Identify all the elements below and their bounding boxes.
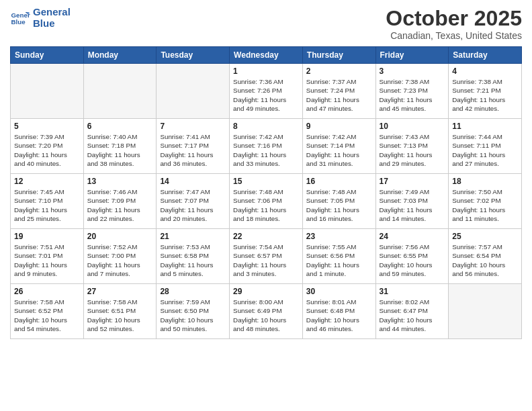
calendar-cell: 24Sunrise: 7:56 AMSunset: 6:55 PMDayligh… <box>375 229 449 284</box>
day-number: 18 <box>452 177 518 186</box>
calendar-cell: 27Sunrise: 7:58 AMSunset: 6:51 PMDayligh… <box>83 284 157 339</box>
day-number: 14 <box>160 177 226 186</box>
day-number: 13 <box>87 177 153 186</box>
calendar-cell: 5Sunrise: 7:39 AMSunset: 7:20 PMDaylight… <box>11 119 84 174</box>
calendar-cell: 7Sunrise: 7:41 AMSunset: 7:17 PMDaylight… <box>157 119 230 174</box>
calendar-cell <box>11 64 84 119</box>
day-info: Sunrise: 7:47 AMSunset: 7:07 PMDaylight:… <box>160 187 226 223</box>
logo: General Blue General Blue <box>10 7 71 29</box>
location: Canadian, Texas, United States <box>386 30 522 41</box>
calendar-cell: 30Sunrise: 8:01 AMSunset: 6:48 PMDayligh… <box>302 284 375 339</box>
week-row-5: 26Sunrise: 7:58 AMSunset: 6:52 PMDayligh… <box>11 284 522 339</box>
day-number: 25 <box>452 232 518 241</box>
week-row-4: 19Sunrise: 7:51 AMSunset: 7:01 PMDayligh… <box>11 229 522 284</box>
day-number: 8 <box>233 122 299 131</box>
day-number: 12 <box>14 177 80 186</box>
day-number: 20 <box>87 232 153 241</box>
calendar-cell: 8Sunrise: 7:42 AMSunset: 7:16 PMDaylight… <box>230 119 303 174</box>
day-info: Sunrise: 7:50 AMSunset: 7:02 PMDaylight:… <box>452 187 518 223</box>
page: General Blue General Blue October 2025 C… <box>0 0 532 411</box>
weekday-header-row: Sunday Monday Tuesday Wednesday Thursday… <box>11 47 522 64</box>
day-number: 26 <box>14 287 80 296</box>
day-number: 24 <box>380 232 445 241</box>
calendar-cell: 22Sunrise: 7:54 AMSunset: 6:57 PMDayligh… <box>230 229 303 284</box>
day-info: Sunrise: 7:39 AMSunset: 7:20 PMDaylight:… <box>14 132 80 168</box>
calendar-cell: 18Sunrise: 7:50 AMSunset: 7:02 PMDayligh… <box>449 174 522 229</box>
day-number: 29 <box>233 287 299 296</box>
day-number: 21 <box>160 232 226 241</box>
calendar-cell: 10Sunrise: 7:43 AMSunset: 7:13 PMDayligh… <box>375 119 449 174</box>
svg-text:Blue: Blue <box>11 18 26 26</box>
day-info: Sunrise: 7:37 AMSunset: 7:24 PMDaylight:… <box>306 77 372 113</box>
day-number: 2 <box>306 66 372 76</box>
day-info: Sunrise: 7:48 AMSunset: 7:05 PMDaylight:… <box>306 187 372 223</box>
day-number: 31 <box>380 287 445 296</box>
day-info: Sunrise: 7:54 AMSunset: 6:57 PMDaylight:… <box>233 242 299 278</box>
calendar-cell: 1Sunrise: 7:36 AMSunset: 7:26 PMDaylight… <box>230 64 303 119</box>
calendar-cell: 21Sunrise: 7:53 AMSunset: 6:58 PMDayligh… <box>157 229 230 284</box>
day-info: Sunrise: 8:02 AMSunset: 6:47 PMDaylight:… <box>380 298 445 333</box>
day-info: Sunrise: 7:56 AMSunset: 6:55 PMDaylight:… <box>380 242 445 278</box>
day-number: 27 <box>87 287 153 296</box>
calendar-cell: 17Sunrise: 7:49 AMSunset: 7:03 PMDayligh… <box>375 174 449 229</box>
day-number: 19 <box>14 232 80 241</box>
day-info: Sunrise: 8:00 AMSunset: 6:49 PMDaylight:… <box>233 298 299 333</box>
day-number: 9 <box>306 122 372 131</box>
day-number: 4 <box>452 66 518 76</box>
day-number: 3 <box>380 66 445 76</box>
day-number: 22 <box>233 232 299 241</box>
day-info: Sunrise: 8:01 AMSunset: 6:48 PMDaylight:… <box>306 298 372 333</box>
calendar-cell: 19Sunrise: 7:51 AMSunset: 7:01 PMDayligh… <box>11 229 84 284</box>
day-number: 15 <box>233 177 299 186</box>
calendar-cell: 25Sunrise: 7:57 AMSunset: 6:54 PMDayligh… <box>449 229 522 284</box>
day-info: Sunrise: 7:49 AMSunset: 7:03 PMDaylight:… <box>380 187 445 223</box>
day-number: 1 <box>233 66 299 76</box>
title-block: October 2025 Canadian, Texas, United Sta… <box>386 7 522 41</box>
header-wednesday: Wednesday <box>230 47 303 64</box>
day-info: Sunrise: 7:36 AMSunset: 7:26 PMDaylight:… <box>233 77 299 113</box>
calendar-cell: 14Sunrise: 7:47 AMSunset: 7:07 PMDayligh… <box>157 174 230 229</box>
day-info: Sunrise: 7:41 AMSunset: 7:17 PMDaylight:… <box>160 132 226 168</box>
day-info: Sunrise: 7:38 AMSunset: 7:23 PMDaylight:… <box>380 77 445 113</box>
day-info: Sunrise: 7:58 AMSunset: 6:52 PMDaylight:… <box>14 298 80 333</box>
calendar-cell <box>83 64 157 119</box>
header-saturday: Saturday <box>449 47 522 64</box>
week-row-2: 5Sunrise: 7:39 AMSunset: 7:20 PMDaylight… <box>11 119 522 174</box>
header-thursday: Thursday <box>302 47 375 64</box>
day-number: 10 <box>380 122 445 131</box>
calendar-cell: 20Sunrise: 7:52 AMSunset: 7:00 PMDayligh… <box>83 229 157 284</box>
calendar-cell: 3Sunrise: 7:38 AMSunset: 7:23 PMDaylight… <box>375 64 449 119</box>
calendar-cell: 13Sunrise: 7:46 AMSunset: 7:09 PMDayligh… <box>83 174 157 229</box>
calendar-cell: 26Sunrise: 7:58 AMSunset: 6:52 PMDayligh… <box>11 284 84 339</box>
day-number: 11 <box>452 122 518 131</box>
calendar-cell: 6Sunrise: 7:40 AMSunset: 7:18 PMDaylight… <box>83 119 157 174</box>
logo-icon: General Blue <box>10 8 30 28</box>
day-info: Sunrise: 7:57 AMSunset: 6:54 PMDaylight:… <box>452 242 518 278</box>
day-number: 16 <box>306 177 372 186</box>
calendar-cell: 16Sunrise: 7:48 AMSunset: 7:05 PMDayligh… <box>302 174 375 229</box>
day-info: Sunrise: 7:44 AMSunset: 7:11 PMDaylight:… <box>452 132 518 168</box>
calendar-cell: 15Sunrise: 7:48 AMSunset: 7:06 PMDayligh… <box>230 174 303 229</box>
calendar-cell: 12Sunrise: 7:45 AMSunset: 7:10 PMDayligh… <box>11 174 84 229</box>
calendar-cell: 31Sunrise: 8:02 AMSunset: 6:47 PMDayligh… <box>375 284 449 339</box>
day-info: Sunrise: 7:43 AMSunset: 7:13 PMDaylight:… <box>380 132 445 168</box>
calendar-cell: 29Sunrise: 8:00 AMSunset: 6:49 PMDayligh… <box>230 284 303 339</box>
day-number: 5 <box>14 122 80 131</box>
day-info: Sunrise: 7:59 AMSunset: 6:50 PMDaylight:… <box>160 298 226 333</box>
month-title: October 2025 <box>386 7 522 30</box>
day-info: Sunrise: 7:53 AMSunset: 6:58 PMDaylight:… <box>160 242 226 278</box>
day-info: Sunrise: 7:42 AMSunset: 7:16 PMDaylight:… <box>233 132 299 168</box>
day-info: Sunrise: 7:40 AMSunset: 7:18 PMDaylight:… <box>87 132 153 168</box>
day-info: Sunrise: 7:58 AMSunset: 6:51 PMDaylight:… <box>87 298 153 333</box>
day-number: 7 <box>160 122 226 131</box>
calendar-cell: 9Sunrise: 7:42 AMSunset: 7:14 PMDaylight… <box>302 119 375 174</box>
calendar-cell: 23Sunrise: 7:55 AMSunset: 6:56 PMDayligh… <box>302 229 375 284</box>
header-friday: Friday <box>375 47 449 64</box>
day-info: Sunrise: 7:48 AMSunset: 7:06 PMDaylight:… <box>233 187 299 223</box>
calendar-cell: 4Sunrise: 7:38 AMSunset: 7:21 PMDaylight… <box>449 64 522 119</box>
day-info: Sunrise: 7:55 AMSunset: 6:56 PMDaylight:… <box>306 242 372 278</box>
day-number: 30 <box>306 287 372 296</box>
calendar-cell <box>449 284 522 339</box>
day-number: 17 <box>380 177 445 186</box>
header: General Blue General Blue October 2025 C… <box>10 7 522 41</box>
